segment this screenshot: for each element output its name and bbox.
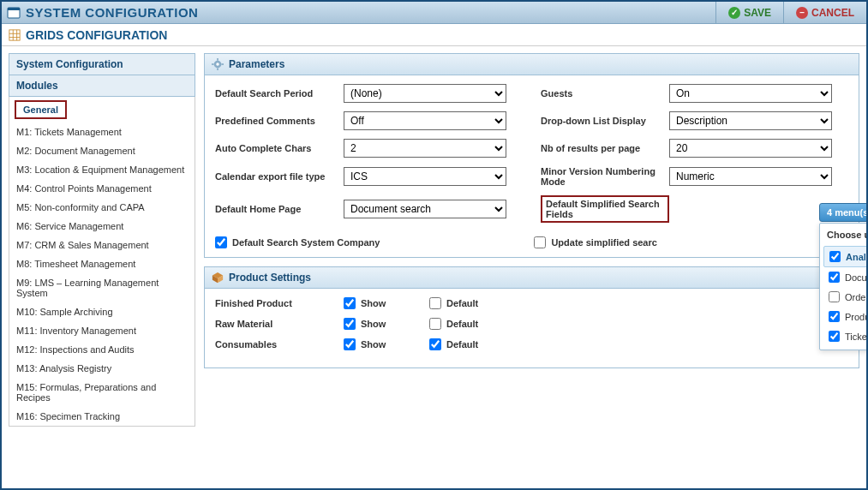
option-label: Analysis — [846, 252, 868, 262]
save-button[interactable]: ✓ SAVE — [715, 2, 783, 23]
select-calendar-export[interactable]: ICS — [344, 167, 506, 186]
label-dropdown-display: Drop-down List Display — [541, 116, 669, 126]
select-dropdown-display[interactable]: Description — [669, 111, 832, 130]
product-default-box[interactable] — [429, 338, 441, 350]
product-default-label: Default — [446, 298, 478, 308]
parameters-header: Parameters — [205, 54, 859, 75]
chk-default-search-system-company[interactable]: Default Search System Company — [215, 236, 380, 248]
sidebar-item[interactable]: M8: Timesheet Management — [9, 254, 195, 273]
chk-update-simplified-label: Update simplified searc — [551, 237, 657, 248]
product-show-checkbox[interactable]: Show — [344, 338, 429, 350]
option-checkbox[interactable] — [829, 251, 841, 262]
svg-rect-1 — [8, 8, 20, 10]
gear-icon — [212, 58, 224, 70]
chk-update-simplified-box[interactable] — [534, 236, 546, 248]
label-predefined-comments: Predefined Comments — [215, 116, 344, 126]
option-label: Document — [845, 272, 868, 283]
sidebar-item[interactable]: General — [15, 100, 67, 119]
product-row-label: Consumables — [215, 339, 344, 350]
topbar-actions: ✓ SAVE – CANCEL — [715, 2, 866, 23]
cancel-button[interactable]: – CANCEL — [783, 2, 866, 23]
label-default-simplified: Default Simplified Search Fields — [541, 195, 669, 223]
sidebar-item[interactable]: M5: Non-conformity and CAPA — [9, 198, 195, 217]
simplified-fields-option[interactable]: Analysis — [823, 246, 868, 267]
simplified-fields-option[interactable]: Product — [823, 307, 868, 326]
sidebar-item[interactable]: M2: Document Management — [9, 141, 195, 160]
product-default-checkbox[interactable]: Default — [429, 297, 515, 309]
option-checkbox[interactable] — [829, 331, 840, 342]
simplified-fields-option[interactable]: Order / Sample — [823, 287, 868, 307]
product-default-checkbox[interactable]: Default — [429, 318, 515, 330]
breadcrumb-a[interactable]: System Configuration — [9, 53, 195, 75]
product-default-box[interactable] — [429, 318, 441, 330]
label-calendar-export: Calendar export file type — [215, 171, 344, 182]
product-show-box[interactable] — [344, 297, 356, 309]
select-default-home-page[interactable]: Document search — [344, 200, 506, 218]
option-label: Order / Sample — [845, 292, 868, 302]
option-checkbox[interactable] — [829, 291, 840, 302]
sidebar-item[interactable]: M15: Formulas, Preparations and Recipes — [9, 378, 195, 407]
sidebar-item[interactable]: M16: Specimen Tracking — [9, 407, 195, 426]
chk-default-search-system-company-box[interactable] — [215, 236, 227, 248]
parameters-title: Parameters — [229, 58, 284, 70]
option-checkbox[interactable] — [829, 272, 840, 283]
label-minor-version: Minor Version Numbering Mode — [541, 166, 669, 187]
simplified-fields-hint: Choose up to 4 menus in the list. — [827, 230, 868, 240]
product-show-label: Show — [361, 298, 386, 308]
product-settings-header: Product Settings — [205, 267, 859, 289]
product-row: Finished ProductShowDefault — [215, 297, 848, 309]
product-show-label: Show — [361, 339, 386, 350]
simplified-fields-trigger-label: 4 menu(s) of 5 selected — [827, 207, 868, 218]
option-checkbox[interactable] — [829, 311, 840, 322]
select-predefined-comments[interactable]: Off — [344, 111, 506, 130]
product-show-box[interactable] — [344, 338, 356, 350]
sidebar-item[interactable]: M1: Tickets Management — [9, 122, 195, 141]
chk-default-search-system-company-label: Default Search System Company — [232, 237, 380, 248]
product-default-box[interactable] — [429, 297, 441, 309]
sidebar-item[interactable]: M11: Inventory Management — [9, 321, 195, 340]
svg-rect-2 — [9, 29, 20, 39]
sidebar-item[interactable]: M3: Location & Equipment Management — [9, 160, 195, 179]
product-row: Raw MaterialShowDefault — [215, 318, 848, 330]
product-show-checkbox[interactable]: Show — [344, 318, 429, 330]
product-settings-panel: Product Settings Finished ProductShowDef… — [204, 266, 859, 368]
label-auto-complete-chars: Auto Complete Chars — [215, 143, 344, 153]
label-default-search-period: Default Search Period — [215, 88, 344, 99]
sidebar: GeneralM1: Tickets ManagementM2: Documen… — [9, 97, 195, 427]
select-guests[interactable]: On — [669, 84, 832, 103]
parameters-panel: Parameters Default Search Period (None) … — [204, 53, 859, 258]
select-results-per-page[interactable]: 20 — [669, 139, 832, 158]
product-default-checkbox[interactable]: Default — [429, 338, 515, 350]
select-minor-version[interactable]: Numeric — [669, 167, 832, 186]
breadcrumb-b[interactable]: Modules — [9, 75, 195, 97]
simplified-fields-option[interactable]: Ticket — [823, 326, 868, 346]
simplified-fields-option[interactable]: Document — [823, 267, 868, 287]
svg-point-4 — [216, 63, 219, 66]
save-label: SAVE — [744, 7, 771, 19]
label-guests: Guests — [541, 88, 669, 99]
product-row-label: Raw Material — [215, 319, 344, 329]
sidebar-item[interactable]: M9: LMS – Learning Management System — [9, 273, 195, 302]
product-show-box[interactable] — [344, 318, 356, 330]
simplified-fields-trigger[interactable]: 4 menu(s) of 5 selected ▴▾ — [819, 203, 868, 222]
sidebar-item[interactable]: M13: Analysis Registry — [9, 359, 195, 378]
sidebar-item[interactable]: M12: Inspections and Audits — [9, 340, 195, 359]
cancel-label: CANCEL — [811, 7, 854, 19]
select-default-search-period[interactable]: (None) — [344, 84, 506, 103]
sidebar-item[interactable]: M4: Control Points Management — [9, 179, 195, 198]
secondbar-title: GRIDS CONFIGURATION — [26, 28, 167, 42]
sidebar-item[interactable]: M7: CRM & Sales Management — [9, 236, 195, 254]
sidebar-item[interactable]: M10: Sample Archiving — [9, 302, 195, 321]
product-show-checkbox[interactable]: Show — [344, 297, 429, 309]
option-label: Ticket — [845, 332, 868, 342]
check-icon: ✓ — [728, 7, 740, 19]
page-title-text: SYSTEM CONFIGURATION — [26, 5, 198, 20]
option-label: Product — [845, 312, 868, 322]
page-title: SYSTEM CONFIGURATION — [7, 5, 198, 20]
chk-update-simplified[interactable]: Update simplified searc — [534, 236, 657, 248]
sidebar-item[interactable]: M6: Service Management — [9, 217, 195, 236]
select-auto-complete-chars[interactable]: 2 — [344, 139, 506, 158]
secondbar: GRIDS CONFIGURATION — [2, 24, 866, 46]
product-default-label: Default — [446, 339, 478, 350]
label-results-per-page: Nb of results per page — [541, 143, 669, 153]
